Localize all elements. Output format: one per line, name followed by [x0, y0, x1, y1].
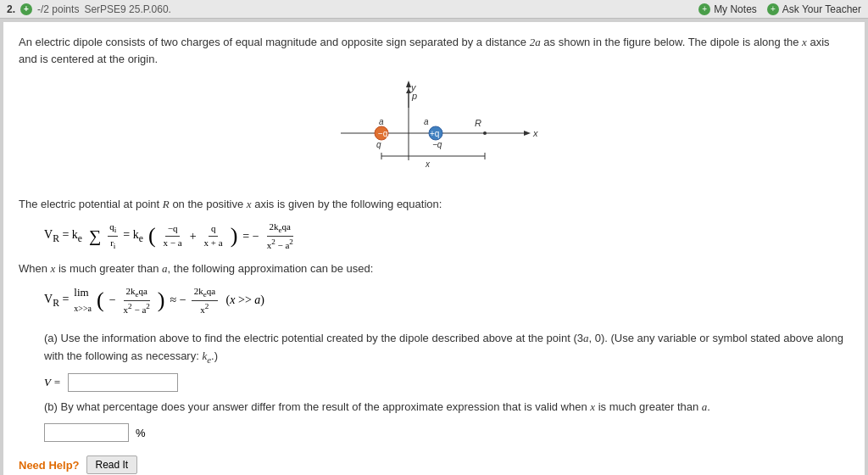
approx-condition: (x >> a)	[223, 292, 264, 309]
plus-sign: +	[190, 228, 197, 245]
part-a-input[interactable]	[68, 373, 178, 392]
eq-equals-2: = −	[242, 228, 259, 245]
svg-text:q: q	[376, 140, 381, 149]
part-a-label: (a) Use the information above to find th…	[44, 332, 843, 362]
part-a-text: (a) Use the information above to find th…	[44, 330, 849, 367]
need-help-text: Need Help?	[19, 459, 80, 472]
intro-text: An electric dipole consists of two charg…	[19, 36, 830, 65]
main-equation: VR = ke ∑ qi ri = ke ( −q x − a + q x + …	[44, 221, 849, 252]
part-b-answer-row: %	[44, 423, 849, 442]
ask-teacher-plus-icon: +	[767, 3, 779, 15]
result-frac: 2keqa x2 − a2	[264, 221, 296, 252]
top-bar-right: + My Notes + Ask Your Teacher	[698, 3, 861, 15]
part-b-label: (b) By what percentage does your answer …	[44, 400, 710, 413]
svg-text:x: x	[425, 159, 431, 169]
sum-fraction: qi ri	[108, 221, 118, 252]
my-notes-label: My Notes	[714, 3, 757, 15]
top-bar: 2. + -/2 points SerPSE9 25.P.060. + My N…	[0, 0, 868, 19]
svg-text:a: a	[379, 117, 384, 126]
problem-intro: An electric dipole consists of two charg…	[19, 34, 849, 67]
v-equals-label: V =	[44, 376, 61, 389]
eq-label: The electric potential at point R on the…	[19, 196, 849, 214]
part-b-block: (b) By what percentage does your answer …	[44, 399, 849, 442]
vr-lhs: VR = ke	[44, 226, 82, 246]
svg-text:R: R	[475, 118, 481, 128]
points-label: -/2 points	[37, 3, 79, 15]
pos-q-frac: q x + a	[202, 222, 225, 249]
svg-text:a: a	[424, 117, 429, 126]
approx-label: When x is much greater than a, the follo…	[19, 260, 849, 278]
approx-symbol: ≈ −	[170, 292, 186, 309]
percent-label: %	[136, 427, 146, 439]
question-number: 2.	[7, 3, 15, 15]
approx-frac1: 2keqa x2 − a2	[121, 285, 153, 316]
approx-open-paren: (	[97, 289, 104, 311]
neg-q-frac: −q x − a	[161, 222, 185, 249]
ask-teacher-label: Ask Your Teacher	[782, 3, 861, 15]
content-area: An electric dipole consists of two charg…	[3, 22, 865, 475]
need-help-section: Need Help? Read It	[19, 455, 849, 474]
dipole-diagram: y p x a a −q +q q −q x	[315, 75, 553, 186]
approx-minus: −	[109, 292, 116, 309]
read-it-button[interactable]: Read It	[86, 455, 138, 474]
svg-text:+q: +q	[430, 129, 439, 138]
series-id: SerPSE9 25.P.060.	[84, 3, 171, 15]
open-paren: (	[148, 225, 156, 247]
part-b-text: (b) By what percentage does your answer …	[44, 399, 849, 416]
close-paren: )	[231, 225, 238, 247]
approx-close-paren: )	[158, 289, 165, 311]
approx-frac2: 2keqa x2	[192, 285, 218, 316]
svg-text:−q: −q	[378, 129, 387, 138]
diagram-area: y p x a a −q +q q −q x	[19, 75, 849, 186]
svg-text:x: x	[532, 128, 538, 138]
svg-point-21	[483, 131, 487, 135]
vr-approx-lhs: VR =	[44, 291, 69, 310]
part-b-input[interactable]	[44, 423, 129, 442]
eq-equals-1: = ke	[123, 226, 143, 246]
part-a-answer-row: V =	[44, 373, 849, 392]
sum-symbol: ∑	[89, 224, 101, 248]
approx-equation: VR = limx>>a ( − 2keqa x2 − a2 ) ≈ − 2ke…	[44, 285, 849, 316]
my-notes-button[interactable]: + My Notes	[698, 3, 757, 15]
ask-teacher-button[interactable]: + Ask Your Teacher	[767, 3, 861, 15]
points-icon: +	[20, 3, 32, 15]
my-notes-plus-icon: +	[698, 3, 710, 15]
top-bar-left: 2. + -/2 points SerPSE9 25.P.060.	[7, 3, 698, 15]
lim-notation: limx>>a	[74, 285, 92, 316]
svg-text:p: p	[411, 91, 417, 101]
svg-marker-6	[524, 131, 531, 136]
svg-text:−q: −q	[432, 140, 442, 149]
part-a-block: (a) Use the information above to find th…	[44, 330, 849, 393]
